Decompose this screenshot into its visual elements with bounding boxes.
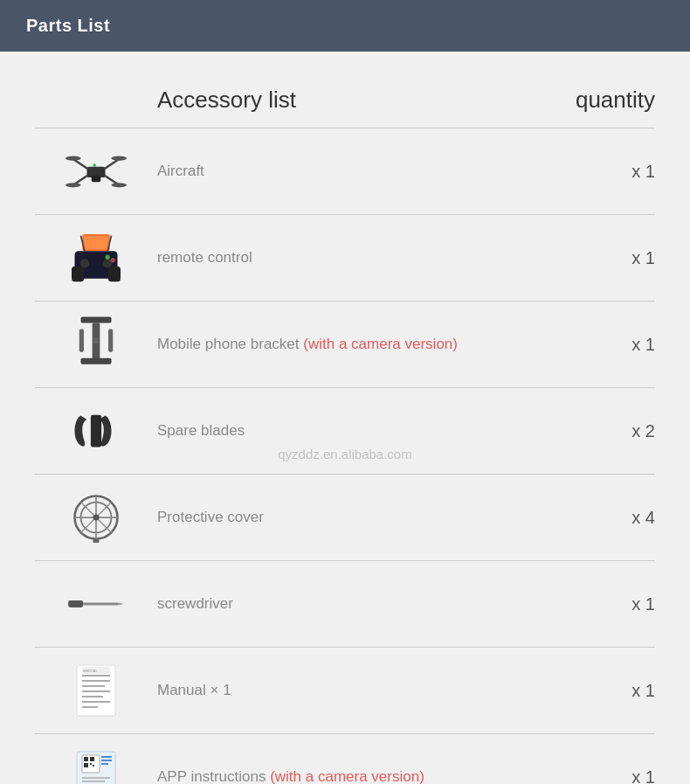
svg-point-7: [66, 183, 81, 187]
screwdriver-qty: x 1: [542, 594, 655, 614]
app-instructions-name: APP instructions (with a camera version): [157, 768, 542, 784]
svg-marker-39: [119, 602, 124, 605]
svg-point-35: [93, 515, 100, 521]
svg-rect-28: [91, 415, 101, 448]
quantity-col-header: quantity: [542, 87, 655, 114]
accessory-col-header: Accessory list: [157, 87, 542, 114]
aircraft-name: Aircraft: [157, 163, 542, 180]
svg-point-27: [93, 337, 100, 343]
svg-point-6: [112, 156, 128, 161]
table-row: Protective cover x 4: [35, 475, 655, 561]
svg-rect-22: [81, 317, 112, 323]
spare-blades-qty: x 2: [542, 421, 655, 441]
svg-point-18: [106, 255, 110, 260]
svg-text:MANUAL: MANUAL: [83, 669, 98, 673]
svg-rect-9: [92, 176, 101, 182]
svg-rect-0: [87, 167, 106, 177]
svg-rect-37: [68, 600, 83, 607]
svg-point-10: [93, 163, 97, 167]
manual-icon: MANUAL: [35, 660, 157, 721]
svg-rect-55: [90, 763, 92, 765]
manual-qty: x 1: [542, 681, 655, 701]
app-instructions-icon: [35, 746, 157, 784]
svg-rect-26: [108, 330, 113, 352]
svg-point-8: [112, 183, 128, 187]
table-row: Mobile phone bracket (with a camera vers…: [35, 302, 655, 388]
svg-rect-38: [83, 602, 118, 605]
svg-rect-14: [72, 267, 84, 282]
aircraft-qty: x 1: [542, 162, 655, 182]
svg-point-16: [80, 259, 90, 268]
protective-cover-qty: x 4: [542, 508, 655, 528]
header: Parts List: [0, 0, 690, 52]
spare-blades-icon: [35, 400, 157, 461]
svg-rect-15: [108, 267, 121, 282]
table-row: screwdriver x 1: [35, 561, 655, 648]
svg-rect-12: [84, 236, 108, 250]
svg-rect-52: [84, 757, 88, 761]
remote-control-name: remote control: [157, 249, 542, 267]
remote-control-icon: [35, 227, 157, 288]
protective-cover-name: Protective cover: [157, 509, 542, 526]
manual-name: Manual × 1: [157, 682, 542, 699]
table-row: Spare blades x 2: [35, 388, 655, 475]
table-header: Accessory list quantity: [35, 78, 655, 128]
spare-blades-name: Spare blades: [157, 422, 542, 440]
svg-rect-25: [79, 330, 84, 352]
table-row: APP instructions (with a camera version)…: [35, 734, 655, 784]
svg-rect-36: [93, 539, 100, 543]
svg-point-19: [111, 258, 115, 262]
table-row: remote control x 1: [35, 215, 655, 302]
svg-rect-54: [84, 763, 88, 767]
remote-control-qty: x 1: [542, 248, 655, 268]
phone-bracket-qty: x 1: [542, 335, 655, 355]
svg-rect-24: [81, 358, 112, 364]
aircraft-icon: [35, 141, 157, 202]
header-title: Parts List: [26, 16, 110, 35]
parts-table: Accessory list quantity: [35, 78, 655, 784]
protective-cover-icon: [35, 487, 157, 548]
table-row: MANUAL Manual × 1 x 1: [35, 648, 655, 734]
screwdriver-name: screwdriver: [157, 595, 542, 613]
svg-rect-53: [90, 757, 94, 761]
app-instructions-qty: x 1: [542, 767, 655, 785]
phone-bracket-name: Mobile phone bracket (with a camera vers…: [157, 336, 542, 353]
svg-rect-56: [93, 765, 94, 767]
svg-point-5: [66, 156, 81, 161]
table-row: Aircraft x 1: [35, 128, 655, 215]
phone-bracket-icon: [35, 314, 157, 375]
screwdriver-icon: [35, 573, 157, 635]
